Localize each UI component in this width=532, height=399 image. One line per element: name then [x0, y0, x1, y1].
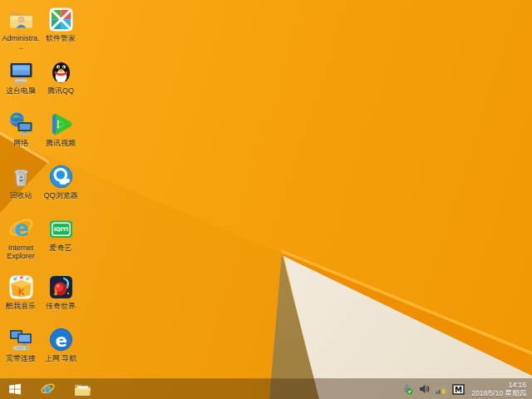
windows-logo-icon: [8, 383, 22, 395]
software-manager-icon: [47, 6, 75, 33]
desktop-screen: Administra... 这台电脑 网络: [0, 0, 532, 399]
icon-label: 腾讯视频: [42, 139, 80, 147]
icon-label: Internet Explorer: [2, 244, 40, 260]
desktop-icon-chuanqi-shijie[interactable]: 传奇世界: [42, 273, 80, 310]
icon-label: 软件管家: [42, 34, 80, 42]
taskbar-file-explorer[interactable]: [67, 379, 98, 399]
desktop-icon-user-folder[interactable]: Administra...: [2, 6, 40, 51]
tencent-video-icon: [47, 111, 75, 138]
kuwo-k-wordmark: K: [17, 288, 25, 297]
usb-safely-remove-icon[interactable]: [401, 383, 413, 395]
internet-explorer-icon: e: [40, 382, 56, 397]
system-tray: M: [401, 383, 465, 395]
desktop-icon-kuwo-music[interactable]: K 酷我音乐: [2, 273, 40, 310]
broadband-connection-icon: [7, 326, 35, 353]
network-icon: [7, 111, 35, 138]
icon-label: 上网 导航: [42, 354, 80, 362]
desktop-icon-software-manager[interactable]: 软件管家: [42, 6, 80, 42]
iqiyi-icon: iQIYI: [47, 215, 75, 243]
icon-label: 腾讯QQ: [42, 86, 80, 95]
icon-label: 这台电脑: [2, 86, 40, 95]
start-button[interactable]: [2, 379, 28, 399]
tencent-qq-icon: [47, 58, 75, 86]
desktop-icon-qq-browser[interactable]: QQ浏览器: [42, 163, 80, 200]
desktop-icon-recycle-bin[interactable]: 回收站: [2, 163, 40, 200]
web-navigation-icon: e: [47, 326, 75, 353]
ime-letter: M: [455, 386, 462, 394]
desktop-icon-tencent-qq[interactable]: 腾讯QQ: [42, 58, 80, 95]
iqiyi-wordmark: iQIYI: [53, 226, 67, 233]
svg-text:e: e: [43, 382, 52, 397]
icon-label: Administra...: [2, 34, 40, 51]
ime-indicator-icon[interactable]: M: [452, 384, 465, 395]
icon-label: 酷我音乐: [2, 302, 40, 310]
recycle-bin-icon: [7, 163, 35, 190]
kuwo-music-icon: K: [7, 273, 35, 301]
desktop-icon-broadband-connection[interactable]: 宽带连接: [2, 326, 40, 362]
desktop-icon-internet-explorer[interactable]: e Internet Explorer: [2, 215, 40, 260]
taskbar: e: [0, 378, 532, 399]
taskbar-clock[interactable]: 14:16 2018/5/10 星期四: [471, 381, 526, 397]
desktop-icon-iqiyi[interactable]: iQIYI 爱奇艺: [42, 215, 80, 252]
clock-time: 14:16: [471, 381, 526, 389]
taskbar-internet-explorer[interactable]: e: [33, 379, 62, 399]
icon-label: 传奇世界: [42, 302, 80, 310]
desktop-icon-tencent-video[interactable]: 腾讯视频: [42, 111, 80, 147]
network-status-icon[interactable]: [435, 383, 447, 395]
chuanqi-shijie-icon: [47, 273, 75, 301]
icon-label: 网络: [2, 139, 40, 147]
icon-label: 爱奇艺: [42, 244, 80, 252]
clock-date: 2018/5/10 星期四: [471, 389, 526, 397]
internet-explorer-icon: e: [7, 215, 35, 243]
user-folder-icon: [7, 6, 35, 33]
icon-label: QQ浏览器: [42, 191, 80, 200]
desktop-icon-this-pc[interactable]: 这台电脑: [2, 58, 40, 95]
icon-label: 宽带连接: [2, 354, 40, 362]
volume-icon[interactable]: [418, 383, 430, 395]
web-navigation-wordmark: e: [55, 331, 66, 351]
svg-text:e: e: [13, 216, 28, 241]
desktop-icon-network[interactable]: 网络: [2, 111, 40, 147]
icon-label: 回收站: [2, 191, 40, 200]
desktop-icon-web-navigation[interactable]: e 上网 导航: [42, 326, 80, 362]
file-explorer-icon: [74, 382, 91, 397]
this-pc-icon: [7, 58, 35, 86]
qq-browser-icon: [47, 163, 75, 190]
